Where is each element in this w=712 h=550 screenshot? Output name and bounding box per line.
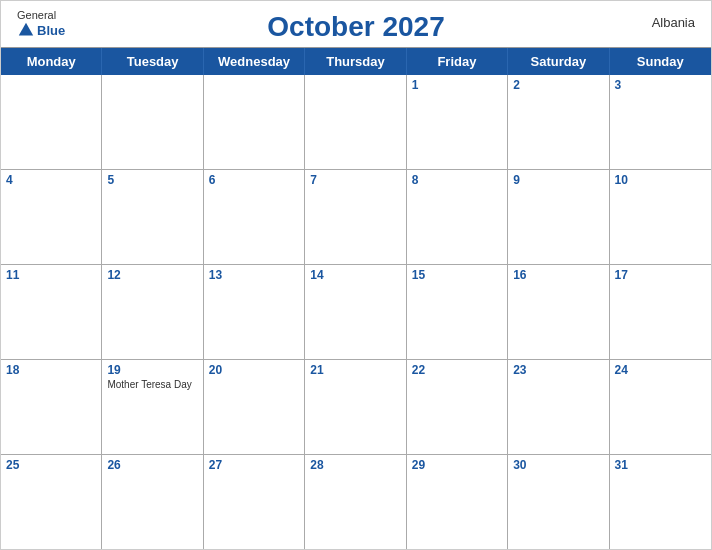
- day-cell: 8: [407, 170, 508, 264]
- day-number: 25: [6, 458, 96, 472]
- day-cell: 30: [508, 455, 609, 549]
- day-cell: 6: [204, 170, 305, 264]
- day-cell: 16: [508, 265, 609, 359]
- event-label: Mother Teresa Day: [107, 379, 197, 390]
- day-number: 14: [310, 268, 400, 282]
- day-cell: 19Mother Teresa Day: [102, 360, 203, 454]
- day-number: 17: [615, 268, 706, 282]
- day-number: 27: [209, 458, 299, 472]
- weeks-container: 12345678910111213141516171819Mother Tere…: [1, 75, 711, 549]
- day-cell: 11: [1, 265, 102, 359]
- day-cell: 7: [305, 170, 406, 264]
- day-header-monday: Monday: [1, 48, 102, 75]
- logo-general: General: [17, 9, 56, 21]
- day-header-wednesday: Wednesday: [204, 48, 305, 75]
- day-number: 7: [310, 173, 400, 187]
- day-number: 22: [412, 363, 502, 377]
- day-cell: 17: [610, 265, 711, 359]
- day-number: 31: [615, 458, 706, 472]
- day-number: 15: [412, 268, 502, 282]
- day-number: 12: [107, 268, 197, 282]
- day-cell: 27: [204, 455, 305, 549]
- day-number: 5: [107, 173, 197, 187]
- day-cell: 13: [204, 265, 305, 359]
- day-header-saturday: Saturday: [508, 48, 609, 75]
- calendar-header: General Blue October 2027 Albania: [1, 1, 711, 47]
- day-number: 11: [6, 268, 96, 282]
- day-header-sunday: Sunday: [610, 48, 711, 75]
- day-cell: 25: [1, 455, 102, 549]
- day-number: 13: [209, 268, 299, 282]
- day-cell: [204, 75, 305, 169]
- day-header-friday: Friday: [407, 48, 508, 75]
- day-number: 10: [615, 173, 706, 187]
- month-title: October 2027: [267, 11, 444, 43]
- day-cell: 26: [102, 455, 203, 549]
- day-number: 2: [513, 78, 603, 92]
- day-number: 6: [209, 173, 299, 187]
- day-number: 23: [513, 363, 603, 377]
- day-number: 26: [107, 458, 197, 472]
- day-number: 30: [513, 458, 603, 472]
- day-cell: 21: [305, 360, 406, 454]
- day-cell: 9: [508, 170, 609, 264]
- day-cell: 1: [407, 75, 508, 169]
- calendar-grid: MondayTuesdayWednesdayThursdayFridaySatu…: [1, 47, 711, 549]
- day-cell: 23: [508, 360, 609, 454]
- day-cell: 2: [508, 75, 609, 169]
- day-number: 29: [412, 458, 502, 472]
- day-cell: 31: [610, 455, 711, 549]
- week-row-2: 45678910: [1, 170, 711, 265]
- day-cell: [1, 75, 102, 169]
- day-cell: 12: [102, 265, 203, 359]
- day-number: 20: [209, 363, 299, 377]
- day-cell: 22: [407, 360, 508, 454]
- logo-icon: [17, 21, 35, 39]
- day-cell: 29: [407, 455, 508, 549]
- day-number: 18: [6, 363, 96, 377]
- day-cell: [102, 75, 203, 169]
- country-label: Albania: [652, 15, 695, 30]
- day-headers-row: MondayTuesdayWednesdayThursdayFridaySatu…: [1, 48, 711, 75]
- day-number: 21: [310, 363, 400, 377]
- day-header-thursday: Thursday: [305, 48, 406, 75]
- svg-marker-0: [19, 23, 33, 36]
- day-cell: 18: [1, 360, 102, 454]
- day-cell: 14: [305, 265, 406, 359]
- day-cell: 3: [610, 75, 711, 169]
- day-number: 9: [513, 173, 603, 187]
- day-cell: 28: [305, 455, 406, 549]
- calendar: General Blue October 2027 Albania Monday…: [0, 0, 712, 550]
- day-number: 24: [615, 363, 706, 377]
- day-cell: 4: [1, 170, 102, 264]
- day-number: 1: [412, 78, 502, 92]
- day-cell: [305, 75, 406, 169]
- logo: General Blue: [17, 9, 65, 39]
- week-row-4: 1819Mother Teresa Day2021222324: [1, 360, 711, 455]
- day-number: 28: [310, 458, 400, 472]
- day-header-tuesday: Tuesday: [102, 48, 203, 75]
- day-number: 4: [6, 173, 96, 187]
- day-cell: 10: [610, 170, 711, 264]
- day-cell: 24: [610, 360, 711, 454]
- day-number: 16: [513, 268, 603, 282]
- day-number: 8: [412, 173, 502, 187]
- week-row-3: 11121314151617: [1, 265, 711, 360]
- week-row-1: 123: [1, 75, 711, 170]
- week-row-5: 25262728293031: [1, 455, 711, 549]
- logo-blue: Blue: [17, 21, 65, 39]
- day-cell: 15: [407, 265, 508, 359]
- day-cell: 20: [204, 360, 305, 454]
- day-number: 3: [615, 78, 706, 92]
- day-cell: 5: [102, 170, 203, 264]
- day-number: 19: [107, 363, 197, 377]
